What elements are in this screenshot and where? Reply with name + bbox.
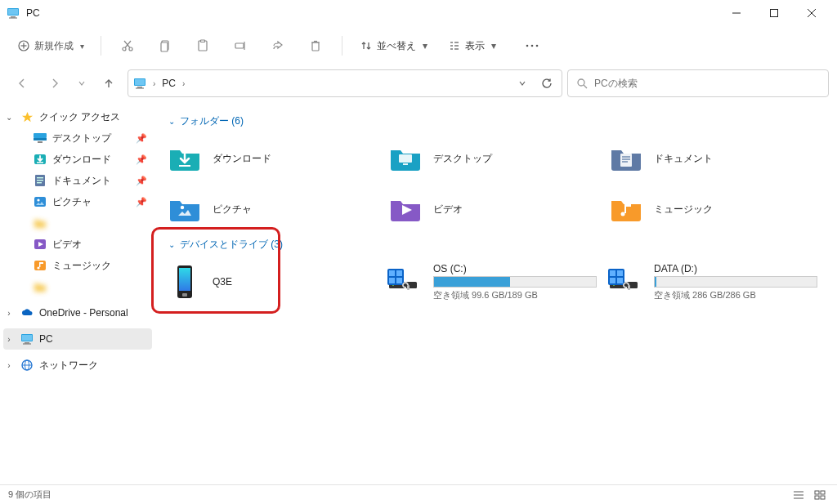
drive-icon <box>387 264 423 300</box>
sidebar-item-label: ドキュメント <box>52 174 131 188</box>
up-button[interactable] <box>95 69 123 97</box>
svg-rect-60 <box>22 335 32 341</box>
folder-name: ミュージック <box>654 203 819 216</box>
sidebar-network[interactable]: › ネットワーク <box>3 355 152 376</box>
svg-rect-102 <box>821 496 825 499</box>
folder-item[interactable]: ミュージック <box>605 185 822 233</box>
tiles-view-button[interactable] <box>811 488 829 502</box>
svg-rect-83 <box>389 270 395 276</box>
svg-rect-37 <box>135 79 145 85</box>
sidebar-onedrive[interactable]: › OneDrive - Personal <box>3 302 152 323</box>
view-button[interactable]: 表示 ▾ <box>441 31 504 60</box>
svg-rect-101 <box>815 496 819 499</box>
folder-icon <box>33 216 47 230</box>
chevron-right-icon[interactable]: › <box>3 335 15 344</box>
folder-item[interactable]: ビデオ <box>384 185 602 233</box>
svg-rect-61 <box>25 342 29 344</box>
sidebar-item[interactable]: ドキュメント📌 <box>3 170 152 191</box>
svg-rect-3 <box>9 18 17 19</box>
folder-name: ビデオ <box>433 203 598 216</box>
delete-button[interactable] <box>299 31 332 60</box>
sidebar-item[interactable]: デスクトップ📌 <box>3 127 152 149</box>
window-title: PC <box>26 7 40 19</box>
paste-button[interactable] <box>186 31 219 60</box>
folder-item[interactable]: ピクチャ <box>163 185 381 233</box>
sidebar-item-label <box>52 216 149 230</box>
titlebar: PC <box>0 0 837 26</box>
breadcrumb-pc[interactable]: PC <box>162 78 176 89</box>
svg-point-75 <box>621 212 625 216</box>
sidebar-item[interactable]: ピクチャ📌 <box>3 191 152 212</box>
quick-access-label: クイック アクセス <box>39 110 149 124</box>
device-phone[interactable]: Q3E <box>163 258 381 306</box>
phone-icon <box>167 264 203 300</box>
refresh-button[interactable] <box>537 78 557 89</box>
more-button[interactable] <box>516 31 548 60</box>
group-devices-header[interactable]: ⌄ デバイスとドライブ (3) <box>168 238 829 252</box>
minimize-button[interactable] <box>718 0 755 26</box>
close-button[interactable] <box>793 0 830 26</box>
pin-icon: 📌 <box>136 197 149 207</box>
forward-button[interactable] <box>41 69 69 97</box>
sidebar-item[interactable] <box>3 276 152 297</box>
capacity-bar <box>654 276 817 288</box>
svg-point-53 <box>37 198 39 201</box>
svg-point-34 <box>536 45 539 47</box>
copy-button[interactable] <box>149 31 181 60</box>
device-name: OS (C:) <box>433 263 598 274</box>
chevron-right-icon[interactable]: › <box>3 309 15 318</box>
thispc-label: PC <box>39 333 149 345</box>
svg-rect-16 <box>161 42 168 51</box>
chevron-right-icon[interactable]: › <box>153 79 155 88</box>
pc-icon <box>20 332 34 346</box>
chevron-right-icon[interactable]: › <box>3 361 15 370</box>
new-button[interactable]: 新規作成 ▾ <box>11 31 91 60</box>
sidebar-item-label <box>52 280 149 294</box>
search-box[interactable] <box>567 69 829 97</box>
network-label: ネットワーク <box>39 359 149 372</box>
svg-rect-18 <box>201 40 205 42</box>
svg-rect-79 <box>182 293 187 297</box>
svg-rect-21 <box>312 42 319 51</box>
share-button[interactable] <box>262 31 294 60</box>
svg-rect-67 <box>399 154 412 163</box>
sidebar-item[interactable]: ダウンロード📌 <box>3 149 152 170</box>
search-input[interactable] <box>594 78 820 89</box>
chevron-down-icon: ⌄ <box>168 240 175 249</box>
folder-item[interactable]: ダウンロード <box>163 135 381 182</box>
group-folders-header[interactable]: ⌄ フォルダー (6) <box>168 114 829 128</box>
back-button[interactable] <box>8 69 36 97</box>
sidebar-item-label: ミュージック <box>52 259 149 273</box>
svg-point-73 <box>181 206 184 209</box>
chevron-down-icon[interactable]: ⌄ <box>3 113 15 122</box>
cut-button[interactable] <box>111 31 144 60</box>
sidebar-item[interactable]: ビデオ <box>3 234 152 255</box>
video-icon <box>33 237 47 252</box>
svg-rect-5 <box>771 10 778 17</box>
sidebar-item-label: ビデオ <box>52 238 149 252</box>
address-dropdown-button[interactable] <box>512 79 532 87</box>
sidebar-item[interactable] <box>3 212 152 234</box>
device-drive[interactable]: OS (C:)空き領域 99.6 GB/189 GB <box>384 258 602 306</box>
folder-item[interactable]: デスクトップ <box>384 135 602 182</box>
sidebar-quick-access[interactable]: ⌄ クイック アクセス <box>3 106 152 127</box>
pictures-icon <box>33 194 47 209</box>
svg-rect-85 <box>389 278 395 283</box>
chevron-right-icon[interactable]: › <box>182 79 185 88</box>
free-space-label: 空き領域 286 GB/286 GB <box>654 289 819 301</box>
document-icon <box>33 173 47 188</box>
svg-rect-93 <box>610 278 615 283</box>
sidebar-item[interactable]: ミュージック <box>3 255 152 276</box>
folder-item[interactable]: ドキュメント <box>605 135 822 182</box>
sort-button[interactable]: 並べ替え ▾ <box>352 31 436 60</box>
device-name: Q3E <box>213 276 378 288</box>
chevron-down-icon[interactable] <box>74 69 90 97</box>
rename-button[interactable] <box>224 31 257 60</box>
svg-rect-76 <box>624 204 626 213</box>
maximize-button[interactable] <box>755 0 793 26</box>
sidebar-thispc[interactable]: › PC <box>3 328 152 350</box>
svg-rect-49 <box>37 177 43 178</box>
details-view-button[interactable] <box>790 488 808 502</box>
device-drive[interactable]: DATA (D:)空き領域 286 GB/286 GB <box>605 258 822 306</box>
breadcrumb-bar[interactable]: › PC › <box>128 69 562 97</box>
